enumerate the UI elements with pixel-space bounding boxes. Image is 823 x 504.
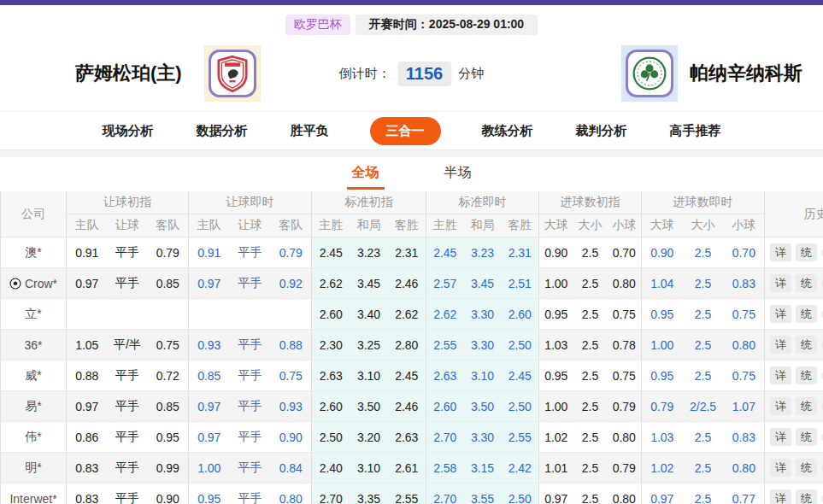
odds-cell[interactable]: 1.03 <box>642 422 683 453</box>
odds-cell[interactable]: 平手 <box>230 268 271 299</box>
odds-cell[interactable]: 3.30 <box>464 330 502 360</box>
detail-button[interactable]: 详 <box>770 243 791 261</box>
odds-cell[interactable]: 2.60 <box>426 391 464 422</box>
odds-cell[interactable]: 0.95 <box>642 299 683 330</box>
odds-cell[interactable]: 3.30 <box>464 422 502 453</box>
stats-button[interactable]: 统 <box>796 336 817 354</box>
odds-cell[interactable]: 0.75 <box>724 299 765 330</box>
odds-cell[interactable]: 0.75 <box>271 360 312 391</box>
odds-cell[interactable]: 1.07 <box>724 391 765 422</box>
stats-button[interactable]: 统 <box>796 274 817 292</box>
detail-button[interactable]: 详 <box>770 459 791 477</box>
odds-cell[interactable]: 2.5 <box>683 268 724 299</box>
odds-cell[interactable]: 0.77 <box>724 483 765 504</box>
odds-cell[interactable]: 2.50 <box>502 330 539 360</box>
stats-button[interactable]: 统 <box>796 489 817 504</box>
odds-cell[interactable]: 0.97 <box>189 268 230 299</box>
odds-cell[interactable]: 0.92 <box>271 268 312 299</box>
odds-cell[interactable]: 平手 <box>230 483 271 504</box>
odds-cell[interactable]: 平手 <box>230 237 271 268</box>
odds-cell[interactable]: 3.45 <box>464 268 502 299</box>
odds-cell[interactable]: 0.97 <box>642 483 683 504</box>
odds-cell[interactable]: 3.23 <box>464 237 502 268</box>
odds-cell[interactable]: 0.84 <box>271 453 312 483</box>
nav-tab-5[interactable]: 教练分析 <box>480 118 535 144</box>
odds-cell[interactable]: 2.5 <box>683 299 724 330</box>
odds-cell[interactable]: 0.95 <box>189 483 230 504</box>
odds-cell[interactable]: 0.90 <box>271 422 312 453</box>
odds-cell[interactable]: 0.70 <box>724 237 765 268</box>
stats-button[interactable]: 统 <box>796 366 817 384</box>
odds-cell[interactable]: 0.80 <box>724 453 765 483</box>
odds-cell[interactable]: 0.83 <box>724 268 765 299</box>
nav-tab-1[interactable]: 现场分析 <box>101 118 156 144</box>
stats-button[interactable]: 统 <box>796 305 817 323</box>
odds-cell[interactable]: 3.10 <box>464 360 502 391</box>
odds-cell[interactable]: 2.63 <box>426 360 464 391</box>
odds-cell[interactable]: 2.50 <box>502 483 539 504</box>
detail-button[interactable]: 详 <box>770 336 791 354</box>
odds-cell[interactable]: 1.02 <box>642 453 683 483</box>
odds-cell[interactable]: 0.95 <box>642 360 683 391</box>
odds-cell[interactable]: 3.15 <box>464 453 502 483</box>
odds-cell[interactable]: 2.62 <box>426 299 464 330</box>
odds-cell[interactable]: 2.42 <box>502 453 539 483</box>
odds-cell[interactable]: 平手 <box>230 422 271 453</box>
odds-cell[interactable]: 2.5 <box>683 422 724 453</box>
odds-cell[interactable]: 2.55 <box>426 330 464 360</box>
odds-cell[interactable]: 2.55 <box>502 422 539 453</box>
odds-cell[interactable]: 平手 <box>230 391 271 422</box>
odds-cell[interactable]: 3.50 <box>464 391 502 422</box>
odds-cell[interactable]: 0.79 <box>271 237 312 268</box>
odds-cell[interactable]: 0.93 <box>271 391 312 422</box>
odds-cell[interactable]: 1.00 <box>189 453 230 483</box>
odds-cell[interactable]: 2.50 <box>502 391 539 422</box>
odds-cell[interactable]: 2.31 <box>502 237 539 268</box>
odds-cell[interactable]: 0.91 <box>189 237 230 268</box>
odds-cell[interactable]: 2.45 <box>426 237 464 268</box>
odds-cell[interactable]: 0.75 <box>724 360 765 391</box>
odds-cell[interactable]: 0.97 <box>189 422 230 453</box>
nav-tab-3[interactable]: 胜平负 <box>289 118 331 144</box>
odds-cell[interactable]: 0.79 <box>642 391 683 422</box>
odds-cell[interactable]: 平手 <box>230 453 271 483</box>
odds-cell[interactable]: 2.58 <box>426 453 464 483</box>
odds-cell[interactable]: 2.57 <box>426 268 464 299</box>
odds-cell[interactable]: 0.88 <box>271 330 312 360</box>
odds-cell[interactable]: 3.30 <box>464 299 502 330</box>
odds-cell[interactable]: 0.93 <box>189 330 230 360</box>
stats-button[interactable]: 统 <box>796 428 817 446</box>
odds-cell[interactable]: 2/2.5 <box>683 391 724 422</box>
nav-tab-7[interactable]: 高手推荐 <box>668 118 723 144</box>
odds-cell[interactable]: 2.70 <box>426 483 464 504</box>
odds-cell[interactable]: 3.55 <box>464 483 502 504</box>
period-tab-1[interactable]: 全场 <box>347 164 385 190</box>
nav-tab-2[interactable]: 数据分析 <box>195 118 250 144</box>
stats-button[interactable]: 统 <box>796 243 817 261</box>
stats-button[interactable]: 统 <box>796 397 817 415</box>
odds-cell[interactable]: 1.04 <box>642 268 683 299</box>
odds-cell[interactable]: 2.5 <box>683 237 724 268</box>
stats-button[interactable]: 统 <box>796 459 817 477</box>
odds-cell[interactable]: 0.83 <box>724 422 765 453</box>
odds-cell[interactable]: 2.5 <box>683 483 724 504</box>
odds-cell[interactable]: 2.70 <box>426 422 464 453</box>
odds-cell[interactable]: 2.60 <box>502 299 539 330</box>
odds-cell[interactable]: 平手 <box>230 360 271 391</box>
odds-cell[interactable]: 0.80 <box>271 483 312 504</box>
detail-button[interactable]: 详 <box>770 305 791 323</box>
odds-cell[interactable]: 平手 <box>230 330 271 360</box>
detail-button[interactable]: 详 <box>770 366 791 384</box>
nav-tab-4[interactable]: 三合一 <box>370 117 441 145</box>
odds-cell[interactable]: 2.5 <box>683 360 724 391</box>
odds-cell[interactable]: 2.45 <box>502 360 539 391</box>
odds-cell[interactable]: 2.51 <box>502 268 539 299</box>
period-tab-2[interactable]: 半场 <box>439 164 477 190</box>
odds-cell[interactable]: 2.5 <box>683 453 724 483</box>
odds-cell[interactable]: 0.90 <box>642 237 683 268</box>
detail-button[interactable]: 详 <box>770 428 791 446</box>
detail-button[interactable]: 详 <box>770 274 791 292</box>
odds-cell[interactable]: 1.00 <box>642 330 683 360</box>
odds-cell[interactable]: 0.85 <box>189 360 230 391</box>
odds-cell[interactable]: 0.97 <box>189 391 230 422</box>
